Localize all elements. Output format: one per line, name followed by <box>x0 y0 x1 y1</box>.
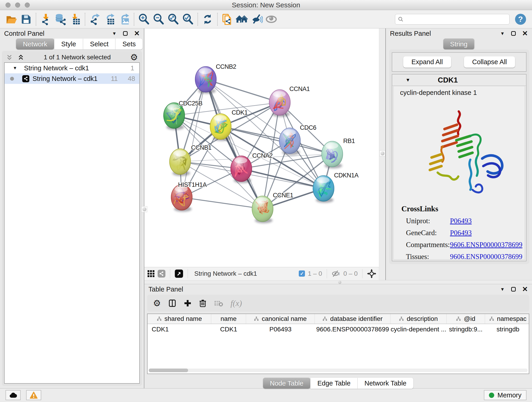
column-header-shared-name[interactable]: shared name <box>147 314 211 324</box>
network-node-RB1[interactable] <box>322 141 343 167</box>
horizontal-splitter-handle[interactable] <box>338 281 341 284</box>
hide-selected-button[interactable] <box>249 12 264 27</box>
create-column-plus-icon[interactable] <box>184 299 191 307</box>
network-node-CCNB1[interactable] <box>169 148 191 175</box>
node-label-CCNB1: CCNB1 <box>191 144 211 151</box>
selected-items-checkbox-icon[interactable]: ✓ <box>299 270 305 277</box>
zoom-fit-icon <box>167 13 179 26</box>
zoom-selected-button[interactable] <box>181 12 195 27</box>
table-row[interactable]: CDK1CDK1P064939606.ENSP00000378699cyclin… <box>147 324 529 335</box>
save-session-button[interactable] <box>19 12 33 27</box>
export-table-button[interactable] <box>102 12 117 27</box>
birdseye-view-icon[interactable] <box>175 269 183 278</box>
table-cell: stringdb <box>485 326 529 333</box>
refresh-network-button[interactable] <box>200 12 215 27</box>
crosslink-value-link[interactable]: 9606.ENSP00000378699 <box>450 241 522 249</box>
horizontal-splitter[interactable] <box>144 280 532 284</box>
fit-selected-crosshair-icon[interactable] <box>367 269 376 278</box>
tab-network[interactable]: Network <box>16 38 54 50</box>
panel-close-icon[interactable]: ✕ <box>522 286 528 293</box>
import-network-database-button[interactable] <box>53 12 68 27</box>
tab-node-table[interactable]: Node Table <box>263 378 310 389</box>
results-actions: Expand All Collapse All <box>392 52 526 72</box>
zoom-out-button[interactable] <box>151 12 166 27</box>
network-collection-row[interactable]: ▼ String Network – cdk1 1 <box>5 63 139 73</box>
panel-menu-caret-icon[interactable]: ▼ <box>112 31 117 36</box>
network-row[interactable]: String Network – cdk1 11 48 <box>5 73 139 84</box>
import-network-file-button[interactable] <box>38 12 53 27</box>
crosslink-value-link[interactable]: P06493 <box>450 229 472 237</box>
crosslink-value-link[interactable]: 9606.ENSP00000378699 <box>450 253 522 260</box>
collapse-all-icon[interactable] <box>6 54 13 61</box>
column-header-name[interactable]: name <box>211 314 246 324</box>
warnings-button[interactable] <box>26 390 41 400</box>
search-field[interactable] <box>406 16 507 23</box>
hidden-node-edge-count: 0 – 0 <box>343 270 358 277</box>
help-button[interactable]: ? <box>515 14 526 25</box>
panel-menu-caret-icon[interactable]: ▼ <box>500 31 505 36</box>
expand-all-button[interactable]: Expand All <box>403 56 451 68</box>
network-node-CCNA2[interactable] <box>230 156 252 182</box>
network-node-CDC6[interactable] <box>279 128 301 154</box>
column-header-database-identifier[interactable]: database identifier <box>315 314 390 324</box>
show-columns-icon[interactable] <box>168 299 177 307</box>
zoom-in-button[interactable] <box>137 12 151 27</box>
column-label: description <box>407 315 438 322</box>
gene-entry-header[interactable]: ▼ CDK1 <box>392 75 526 86</box>
tab-string[interactable]: String <box>443 38 475 50</box>
panel-close-icon[interactable]: ✕ <box>134 30 140 37</box>
open-session-button[interactable] <box>4 12 19 27</box>
node-table[interactable]: shared namenamecanonical namedatabase id… <box>147 313 529 374</box>
network-options-gear-icon[interactable]: ⚙ <box>130 53 138 62</box>
network-node-CDK1[interactable] <box>210 114 231 140</box>
network-view-icon[interactable] <box>158 270 165 278</box>
tab-style[interactable]: Style <box>54 38 83 50</box>
search-input[interactable] <box>395 14 510 25</box>
tab-network-table[interactable]: Network Table <box>358 378 413 389</box>
table-options-gear-icon[interactable]: ⚙ <box>153 299 161 307</box>
tab-sets[interactable]: Sets <box>115 38 143 50</box>
import-table-file-button[interactable] <box>68 12 82 27</box>
cloud-icon <box>9 392 17 398</box>
network-node-CCNB2[interactable] <box>195 66 216 92</box>
column-header-@id[interactable]: @id <box>447 314 485 324</box>
panel-close-icon[interactable]: ✕ <box>522 30 528 37</box>
panel-float-icon[interactable] <box>123 31 128 36</box>
show-all-button[interactable] <box>264 12 279 27</box>
cloud-status-button[interactable] <box>6 390 21 400</box>
network-node-CCNA1[interactable] <box>269 89 291 115</box>
network-node-CCNE1[interactable] <box>252 196 273 222</box>
panel-splitter-handle[interactable] <box>141 206 147 212</box>
export-image-button[interactable] <box>117 12 132 27</box>
show-homes-button[interactable] <box>234 12 249 27</box>
collapse-all-button[interactable]: Collapse All <box>464 56 515 68</box>
network-canvas[interactable]: CCNB2CCNA1CDC25BCDK1CDC6RB1CCNB1CCNA2CDK… <box>144 28 379 267</box>
panel-float-icon[interactable] <box>511 31 516 36</box>
edge-CCNB2-HIST1H1A <box>182 79 206 197</box>
column-header-namespac[interactable]: namespac <box>485 314 529 324</box>
column-header-description[interactable]: description <box>390 314 447 324</box>
crosslink-row: Tissues: 9606.ENSP00000378699 <box>401 253 525 260</box>
control-panel-title: Control Panel <box>4 30 44 37</box>
table-horizontal-scrollbar[interactable] <box>149 369 528 372</box>
collection-expand-caret-icon[interactable]: ▼ <box>13 65 17 70</box>
tab-edge-table[interactable]: Edge Table <box>310 378 358 389</box>
panel-float-icon[interactable] <box>511 287 516 292</box>
panel-menu-caret-icon[interactable]: ▼ <box>500 287 505 292</box>
vertical-splitter[interactable] <box>379 28 386 280</box>
column-header-canonical-name[interactable]: canonical name <box>246 314 315 324</box>
grid-view-icon[interactable] <box>147 270 155 278</box>
tab-select[interactable]: Select <box>83 38 116 50</box>
scrollbar-thumb[interactable] <box>149 369 188 372</box>
string-import-button[interactable] <box>220 12 234 27</box>
entry-collapse-caret-icon[interactable]: ▼ <box>405 77 410 83</box>
memory-button[interactable]: Memory <box>484 390 526 400</box>
zoom-fit-button[interactable] <box>166 12 181 27</box>
delete-column-trash-icon[interactable] <box>199 299 207 307</box>
network-node-CDKN1A[interactable] <box>313 175 334 201</box>
network-node-HIST1H1A[interactable] <box>171 184 192 211</box>
expand-all-icon[interactable] <box>17 54 24 61</box>
crosslink-value-link[interactable]: P06493 <box>450 217 472 225</box>
vertical-splitter-handle[interactable] <box>380 150 385 156</box>
export-network-button[interactable] <box>88 12 102 27</box>
